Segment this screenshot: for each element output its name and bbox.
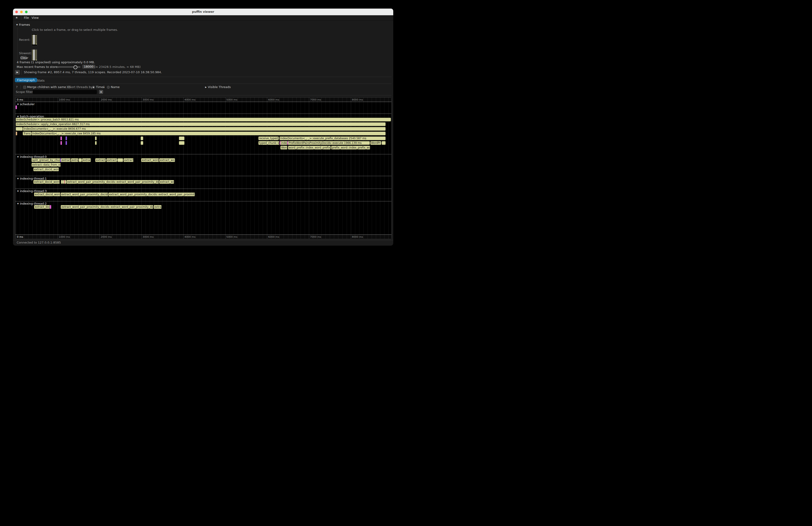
- frame-bar: [35, 49, 36, 60]
- flame-bar[interactable]: extract_word_pair_proximity_docids::extr…: [61, 205, 153, 209]
- flame-bar[interactable]: extract_wo: [159, 158, 175, 162]
- flame-bar[interactable]: index: [280, 141, 287, 145]
- ruler-tick-label: 8000 ms: [352, 98, 363, 101]
- flame-bar[interactable]: extract::data_from_ob: [31, 163, 61, 166]
- flame-bar[interactable]: [65, 180, 66, 184]
- flame-bar[interactable]: extract_docid_word: [34, 192, 60, 196]
- sort-by-time-radio[interactable]: [92, 86, 95, 89]
- max-frames-label: Max recent frames to store:: [17, 65, 59, 69]
- max-frames-value[interactable]: 18000: [82, 65, 95, 69]
- flame-bar[interactable]: [16, 105, 17, 109]
- flame-bar[interactable]: [60, 136, 62, 140]
- flame-bar[interactable]: split_grenad_by_chun: [31, 158, 60, 162]
- flamegraph-panel: 0 ms0 ms1000 ms1000 ms2000 ms2000 ms3000…: [15, 97, 392, 239]
- flame-bar[interactable]: extrac: [82, 158, 91, 162]
- ruler-tick-label: 0 ms: [17, 235, 23, 238]
- flame-bar[interactable]: extract_doc: [34, 205, 50, 209]
- flame-bar[interactable]: [50, 205, 51, 209]
- flame-bar[interactable]: [382, 141, 386, 145]
- clear-filter-button[interactable]: x: [99, 90, 103, 94]
- ruler-tick-label: 5000 ms: [227, 98, 237, 101]
- recent-label: Recent:: [19, 38, 30, 42]
- flame-bar[interactable]: [141, 141, 143, 145]
- tab-stats[interactable]: Stats: [35, 78, 47, 83]
- frames-header-label: Frames: [19, 23, 30, 26]
- flame-bar[interactable]: extract: [124, 158, 133, 162]
- flame-bar[interactable]: WordPr: [370, 141, 381, 145]
- slowest-frames-thumbnail[interactable]: [31, 49, 37, 61]
- thread-header-indexing-thread:3[interactable]: ▼indexing-thread:3: [17, 189, 47, 193]
- thread-separator: [15, 189, 391, 189]
- flame-bar[interactable]: Trans: [23, 132, 31, 135]
- ruler-tick-label: 0 ms: [17, 98, 23, 101]
- flame-bar[interactable]: [66, 136, 67, 140]
- flame-bar[interactable]: extract_word_pair_proximity_docids: [61, 192, 108, 196]
- flame-bar[interactable]: [78, 158, 82, 162]
- scope-filter-input[interactable]: [33, 90, 97, 94]
- flame-bar[interactable]: [95, 141, 97, 145]
- flame-bar[interactable]: [62, 180, 64, 184]
- flame-bar[interactable]: IndexScheduler>::process_batch 8953.821 …: [16, 118, 391, 121]
- thread-header-indexing-thread:2[interactable]: ▼indexing-thread:2: [17, 202, 47, 205]
- flame-bar[interactable]: extrac: [154, 205, 161, 209]
- merge-children-checkbox[interactable]: [23, 86, 26, 89]
- clear-button[interactable]: Clear: [20, 56, 27, 60]
- slider-knob[interactable]: [73, 65, 77, 69]
- flame-bar[interactable]: extract_wo: [159, 180, 174, 184]
- frame-bar: [35, 35, 36, 44]
- thread-header-indexing-thread:0[interactable]: ▼indexing-thread:0: [17, 155, 47, 159]
- flame-bar[interactable]: extract_word_pair_proximity_docids::extr…: [67, 180, 159, 184]
- max-frames-approx: (≈ 23428.5 minutes, ≈ 68 MB): [94, 65, 141, 69]
- flame-bar[interactable]: typed_chunk::w: [258, 141, 279, 145]
- merge-children-label[interactable]: Merge children with same ID: [27, 85, 70, 89]
- flame-bar[interactable]: prefix_word::index_prefix_wo: [331, 146, 370, 149]
- menu-file[interactable]: File: [24, 16, 29, 19]
- thread-header-indexing-thread:1[interactable]: ▼indexing-thread:1: [17, 177, 47, 180]
- tab-flamegraph[interactable]: Flamegraph: [15, 78, 37, 82]
- flame-bar[interactable]: IndexDocuments<_, _>::execute_raw 8459.1…: [31, 132, 386, 135]
- flame-bar[interactable]: [16, 132, 17, 135]
- flame-bar[interactable]: extract_word: [141, 158, 159, 162]
- menu-view[interactable]: View: [31, 16, 39, 19]
- flame-bar[interactable]: [179, 136, 185, 140]
- flame-bar[interactable]: extract: [61, 158, 71, 162]
- help-icon[interactable]: ?: [16, 85, 18, 89]
- flame-bar[interactable]: [16, 127, 23, 131]
- flame-bar[interactable]: word_prefix::index_word_prefix_: [288, 146, 331, 149]
- flame-bar[interactable]: Word: [280, 146, 287, 149]
- flame-bar[interactable]: IndexDocuments<_, _>::execute_prefix_dat…: [279, 136, 386, 140]
- thread-header-scheduler[interactable]: ▼scheduler: [17, 102, 35, 106]
- flame-bar[interactable]: receive_typed_: [258, 136, 279, 140]
- thread-name: indexing-thread:2: [20, 202, 47, 205]
- flame-bar[interactable]: extract_: [95, 158, 106, 162]
- flame-bar[interactable]: [66, 141, 67, 145]
- flame-bar[interactable]: IndexScheduler>::apply_index_operation 8…: [16, 122, 386, 126]
- play-button[interactable]: ▶: [15, 70, 20, 75]
- frames-section-header[interactable]: ▼Frames: [16, 23, 30, 26]
- sort-by-name-radio[interactable]: [107, 86, 110, 89]
- flame-bar[interactable]: [117, 158, 123, 162]
- divider: [21, 70, 22, 75]
- frame-bar: [33, 35, 34, 44]
- sun-icon[interactable]: ☀: [15, 16, 18, 19]
- flamegraph-canvas[interactable]: 0 ms0 ms1000 ms1000 ms2000 ms2000 ms3000…: [15, 98, 391, 239]
- visible-threads-header[interactable]: ▶Visible Threads: [205, 85, 231, 89]
- flame-bar[interactable]: PrefixWordPairsProximityDocids::execute …: [288, 141, 370, 145]
- sort-by-name-label[interactable]: Name: [111, 85, 119, 89]
- flame-bar[interactable]: [141, 136, 143, 140]
- flame-bar[interactable]: [95, 136, 97, 140]
- sort-by-time-label[interactable]: Time: [96, 85, 103, 89]
- flame-bar[interactable]: IndexDocuments<_, _>::execute 8656.677 m…: [23, 127, 386, 131]
- recent-frames-thumbnail[interactable]: [31, 33, 37, 46]
- thread-name: indexing-thread:0: [20, 155, 47, 159]
- flame-bar[interactable]: extract_word_pair_proximity_docids::extr…: [108, 192, 195, 196]
- flame-bar[interactable]: [179, 141, 185, 145]
- flame-bar[interactable]: extract_: [106, 158, 117, 162]
- sort-down-arrow-icon[interactable]: ↓: [103, 85, 105, 89]
- collapse-triangle-icon: ▼: [16, 24, 18, 26]
- flame-bar[interactable]: extra: [71, 158, 78, 162]
- title-bar[interactable]: puffin viewer: [13, 9, 393, 15]
- flame-bar[interactable]: extract_docid_word: [33, 167, 59, 171]
- flame-bar[interactable]: [60, 141, 62, 145]
- flame-bar[interactable]: extract_docid_word: [33, 180, 60, 184]
